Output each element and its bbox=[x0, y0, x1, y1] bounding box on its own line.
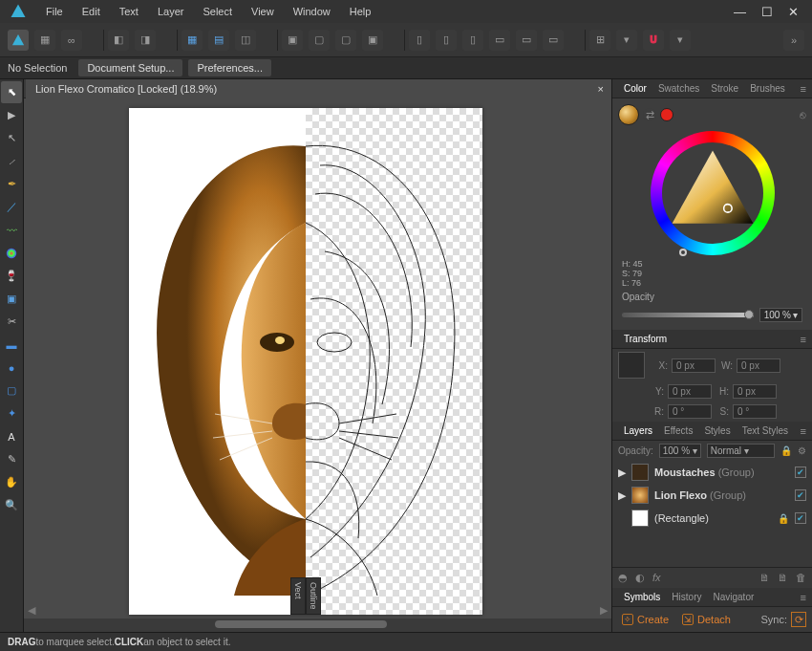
split-label-right[interactable]: Outline bbox=[306, 577, 321, 615]
layer-delete-icon[interactable]: 🗑 bbox=[796, 572, 806, 584]
transform-r-input[interactable] bbox=[668, 404, 712, 419]
document-tab-close-icon[interactable]: × bbox=[560, 83, 604, 95]
arrange-forward-icon[interactable]: ▢ bbox=[335, 30, 356, 51]
window-close-icon[interactable]: ✕ bbox=[788, 5, 799, 19]
shape-rounded-tool[interactable]: ▢ bbox=[1, 380, 22, 401]
panel-tab-navigator[interactable]: Navigator bbox=[707, 588, 759, 607]
artboard-tool[interactable]: ▶ bbox=[1, 104, 22, 126]
snap-grid-icon[interactable]: ▦ bbox=[182, 30, 203, 51]
arrange-back-icon[interactable]: ▣ bbox=[282, 30, 303, 51]
snap-options-icon[interactable]: ▾ bbox=[616, 30, 637, 51]
canvas-viewport[interactable]: Vect Outline ◀ ▶ bbox=[24, 98, 611, 618]
menu-file[interactable]: File bbox=[36, 0, 73, 23]
panel-tab-text-styles[interactable]: Text Styles bbox=[737, 422, 794, 441]
layer-visible-checkbox[interactable]: ✔ bbox=[795, 489, 806, 501]
layer-opacity-input[interactable]: 100 % ▾ bbox=[659, 444, 701, 458]
layer-adjust-icon[interactable]: ◐ bbox=[635, 572, 645, 584]
arrange-front-icon[interactable]: ▣ bbox=[362, 30, 383, 51]
preferences-button[interactable]: Preferences... bbox=[188, 59, 270, 76]
horizontal-scrollbar[interactable] bbox=[24, 618, 611, 632]
crop-tool[interactable]: ✂ bbox=[1, 311, 22, 333]
transform-h-input[interactable] bbox=[733, 384, 777, 399]
menu-edit[interactable]: Edit bbox=[73, 0, 110, 23]
chevron-right-icon[interactable]: ▶ bbox=[618, 489, 626, 502]
panel-tab-history[interactable]: History bbox=[666, 588, 707, 607]
transform-panel-menu-icon[interactable]: ≡ bbox=[795, 334, 812, 345]
hue-handle[interactable] bbox=[679, 249, 687, 256]
layer-blend-select[interactable]: Normal ▾ bbox=[707, 444, 775, 458]
opacity-slider-knob[interactable] bbox=[744, 310, 754, 319]
layer-row[interactable]: ▶ (Rectangle) 🔒 ✔ bbox=[612, 507, 812, 530]
magnet-icon[interactable] bbox=[643, 30, 664, 51]
layer-clip-icon[interactable]: 🗎 bbox=[759, 572, 770, 584]
panel-tab-brushes[interactable]: Brushes bbox=[744, 79, 791, 98]
transform-w-input[interactable] bbox=[737, 358, 780, 373]
color-panel-menu-icon[interactable]: ≡ bbox=[795, 83, 812, 95]
split-label-left[interactable]: Vect bbox=[290, 577, 306, 615]
panel-tab-styles[interactable]: Styles bbox=[698, 422, 736, 441]
horizontal-scrollbar-thumb[interactable] bbox=[215, 620, 387, 628]
panel-tab-effects[interactable]: Effects bbox=[658, 422, 698, 441]
panel-tab-layers[interactable]: Layers bbox=[618, 422, 658, 441]
pencil-tool[interactable]: ／ bbox=[1, 196, 22, 218]
snap-bounds-icon[interactable]: ◫ bbox=[235, 30, 256, 51]
align-right-icon[interactable]: ▯ bbox=[462, 30, 483, 51]
panel-tab-transform[interactable]: Transform bbox=[618, 330, 673, 349]
move-tool[interactable]: ⬉ bbox=[1, 81, 22, 103]
layer-row[interactable]: ▶ Lion Flexo (Group) ✔ bbox=[612, 484, 812, 507]
symbol-detach-button[interactable]: ⇲Detach bbox=[678, 612, 735, 627]
eyedropper-icon[interactable]: ⎋ bbox=[800, 109, 806, 120]
opacity-slider[interactable] bbox=[622, 313, 754, 317]
pen-tool[interactable]: ✒ bbox=[1, 173, 22, 195]
shape-ellipse-tool[interactable]: ● bbox=[1, 357, 22, 379]
transform-x-input[interactable] bbox=[672, 358, 716, 373]
document-setup-button[interactable]: Document Setup... bbox=[78, 59, 182, 76]
persona-pixel-icon[interactable]: ▦ bbox=[34, 30, 55, 51]
window-maximize-icon[interactable]: ☐ bbox=[761, 5, 773, 19]
scroll-right-icon[interactable]: ▶ bbox=[600, 604, 608, 617]
zoom-tool[interactable]: 🔍 bbox=[1, 494, 22, 516]
layer-lock-icon[interactable]: 🔒 bbox=[780, 445, 792, 456]
swap-swatch-icon[interactable]: ⇄ bbox=[643, 108, 656, 121]
tool-view-reset-icon[interactable]: ◧ bbox=[108, 30, 129, 51]
text-tool[interactable]: A bbox=[1, 425, 22, 447]
toolbar-overflow-icon[interactable]: » bbox=[783, 30, 804, 51]
fill-tool[interactable] bbox=[1, 242, 22, 264]
node-tool[interactable]: ↖ bbox=[1, 127, 22, 149]
menu-layer[interactable]: Layer bbox=[148, 0, 194, 23]
transform-s-input[interactable] bbox=[733, 404, 777, 419]
layer-fx-icon[interactable]: fx bbox=[652, 572, 661, 584]
align-bottom-icon[interactable]: ▭ bbox=[543, 30, 564, 51]
panel-tab-color[interactable]: Color bbox=[618, 79, 652, 98]
opacity-input[interactable]: 100 %▾ bbox=[759, 308, 802, 322]
snap-guides-icon[interactable]: ▤ bbox=[208, 30, 229, 51]
snap-toggle-icon[interactable]: ⊞ bbox=[589, 30, 610, 51]
anchor-grid[interactable] bbox=[618, 352, 645, 379]
transform-y-input[interactable] bbox=[668, 384, 712, 399]
layer-settings-icon[interactable]: ⚙ bbox=[798, 445, 806, 456]
window-minimize-icon[interactable]: — bbox=[734, 5, 746, 19]
menu-view[interactable]: View bbox=[242, 0, 284, 23]
menu-window[interactable]: Window bbox=[284, 0, 340, 23]
align-left-icon[interactable]: ▯ bbox=[409, 30, 430, 51]
layer-add-icon[interactable]: 🗎 bbox=[778, 572, 788, 584]
align-center-icon[interactable]: ▯ bbox=[436, 30, 457, 51]
persona-designer-icon[interactable] bbox=[8, 30, 29, 51]
align-top-icon[interactable]: ▭ bbox=[489, 30, 510, 51]
panel-tab-symbols[interactable]: Symbols bbox=[618, 588, 666, 607]
color-picker-tool[interactable]: ✎ bbox=[1, 448, 22, 470]
document-tab[interactable]: Lion Flexo Cromatico [Locked] (18.9%) × bbox=[26, 79, 611, 98]
layers-panel-menu-icon[interactable]: ≡ bbox=[795, 425, 812, 437]
layer-visible-checkbox[interactable]: ✔ bbox=[795, 512, 806, 524]
layer-row[interactable]: ▶ Moustaches (Group) ✔ bbox=[612, 461, 812, 484]
arrange-backward-icon[interactable]: ▢ bbox=[309, 30, 330, 51]
brush-tool[interactable]: 〰 bbox=[1, 219, 22, 241]
place-image-tool[interactable]: ▣ bbox=[1, 288, 22, 310]
chevron-down-icon[interactable]: ▾ bbox=[793, 310, 798, 320]
pan-tool[interactable]: ✋ bbox=[1, 471, 22, 493]
corner-tool[interactable]: ⟋ bbox=[1, 150, 22, 172]
symbols-panel-menu-icon[interactable]: ≡ bbox=[795, 592, 812, 603]
snap-menu-icon[interactable]: ▾ bbox=[670, 30, 691, 51]
sync-toggle[interactable]: ⟳ bbox=[791, 612, 806, 627]
shapes-tool[interactable]: ✦ bbox=[1, 402, 22, 424]
